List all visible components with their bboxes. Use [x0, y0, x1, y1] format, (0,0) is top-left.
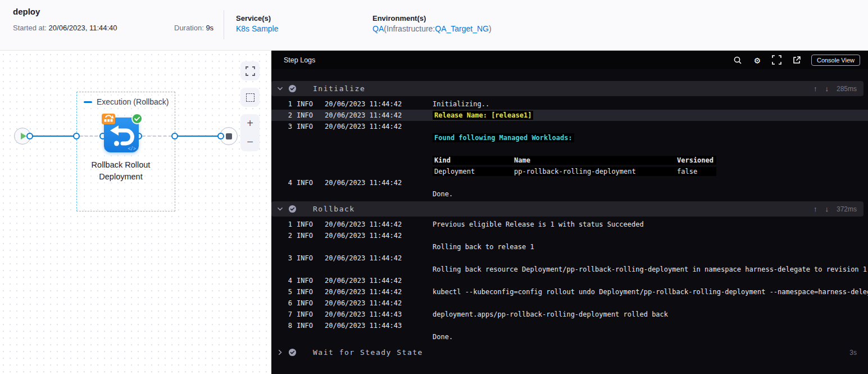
log-message: KindNameVersioned [433, 156, 716, 165]
log-line-number: 5 [271, 288, 292, 296]
log-line-number: 3 [271, 254, 292, 262]
log-line: 6INFO20/06/2023 11:44:42 [271, 298, 868, 309]
fullscreen-icon [246, 66, 255, 76]
log-line-number: 8 [271, 322, 292, 330]
log-section-header-rollback[interactable]: Rollback↑↓372ms [271, 201, 864, 217]
log-line-number: 7 [271, 310, 292, 318]
log-line: Done. [271, 331, 868, 343]
console-view-button[interactable]: Console View [811, 55, 860, 66]
log-line: 1INFO20/06/2023 11:44:42Initializing.. [271, 98, 868, 110]
infrastructure-link[interactable]: QA_Target_NG [435, 24, 489, 33]
chevron-down-icon[interactable] [271, 85, 288, 92]
log-level: INFO [297, 232, 325, 240]
log-message: kubectl --kubeconfig=config rollout undo… [433, 288, 868, 296]
zoom-in-button[interactable]: + [240, 114, 260, 133]
log-timestamp: 20/06/2023 11:44:42 [325, 299, 409, 307]
execution-group-label: Execution (Rollback) [84, 97, 169, 106]
open-in-new-icon[interactable] [792, 55, 802, 65]
log-message: Deploymentpp-rollback-rolling-deployment… [433, 167, 716, 176]
workloads-table-cell: Kind [433, 156, 514, 164]
marquee-selection-icon [246, 93, 255, 102]
pipeline-graph-canvas[interactable]: Execution (Rollback) </> Rollb [0, 51, 271, 374]
canvas-fullscreen-button[interactable] [240, 61, 260, 80]
duration: Duration: 9s [174, 24, 213, 32]
expand-logs-icon[interactable] [772, 55, 782, 65]
log-message: Previous eligible Release is 1 with stat… [433, 220, 644, 228]
log-message: Rolling back to release 1 [433, 243, 534, 251]
log-message: Initializing.. [433, 100, 489, 108]
log-timestamp: 20/06/2023 11:44:42 [325, 100, 409, 108]
scroll-to-bottom-icon[interactable]: ↓ [825, 84, 829, 93]
log-line-number: 4 [271, 277, 292, 285]
scroll-to-top-icon[interactable]: ↑ [814, 205, 817, 213]
log-line: 4INFO20/06/2023 11:44:42 [271, 275, 868, 286]
service-link[interactable]: K8s Sample [236, 24, 278, 33]
log-line-number: 3 [271, 123, 292, 130]
log-line: 1INFO20/06/2023 11:44:42Previous eligibl… [271, 219, 868, 230]
log-line-number: 2 [271, 232, 292, 240]
log-level: INFO [297, 179, 325, 187]
gear-icon[interactable]: ⚙ [752, 55, 762, 65]
connector-start [26, 133, 33, 139]
log-message: deployment.apps/pp-rollback-rolling-depl… [433, 310, 668, 318]
log-line: 3INFO20/06/2023 11:44:42 [271, 253, 868, 264]
log-line: 2INFO20/06/2023 11:44:42 [271, 230, 868, 241]
step-label: Rollback Rollout Deployment [78, 159, 163, 183]
log-level: INFO [297, 123, 325, 130]
chevron-right-icon[interactable] [271, 349, 288, 355]
step-code-glyph: </> [128, 146, 136, 151]
log-timestamp: 20/06/2023 11:44:42 [325, 254, 409, 262]
section-duration: 285ms [837, 85, 857, 93]
log-timestamp: 20/06/2023 11:44:42 [325, 277, 409, 285]
edge-group-to-end [175, 136, 221, 137]
pipeline-title: deploy [13, 7, 40, 16]
environment-link[interactable]: QA(Infrastructure:QA_Target_NG) [372, 24, 492, 33]
log-timestamp: 20/06/2023 11:44:43 [325, 310, 409, 318]
log-timestamp: 20/06/2023 11:44:43 [325, 322, 409, 330]
workloads-table-cell: Name [514, 156, 677, 164]
log-line: 7INFO20/06/2023 11:44:43deployment.apps/… [271, 309, 868, 320]
workloads-table-header: KindNameVersioned [433, 156, 716, 165]
section-name: Initialize [313, 84, 365, 93]
log-timestamp: 20/06/2023 11:44:42 [325, 111, 409, 119]
env-name-link[interactable]: QA [372, 24, 384, 33]
log-line: 2INFO20/06/2023 11:44:42Release Name: [r… [271, 110, 868, 121]
play-icon [21, 133, 26, 139]
environments-label: Environment(s) [372, 14, 426, 22]
connector-group-left [73, 133, 80, 139]
canvas-zoom-control: + − [240, 114, 260, 151]
log-level: INFO [297, 310, 325, 318]
highlighted-log-text: Release Name: [release1] [433, 111, 533, 120]
log-line: Deploymentpp-rollback-rolling-deployment… [271, 166, 868, 177]
log-message: Rolling back resource Deployment/pp-roll… [433, 265, 867, 273]
log-sections: Initialize↑↓285ms1INFO20/06/2023 11:44:4… [271, 69, 868, 360]
started-at-value: 20/06/2023, 11:44:40 [49, 24, 117, 32]
log-section-header-initialize[interactable]: Initialize↑↓285ms [271, 81, 864, 96]
log-timestamp: 20/06/2023 11:44:42 [325, 288, 409, 296]
log-line: 8INFO20/06/2023 11:44:43 [271, 320, 868, 331]
section-success-check-icon [288, 84, 297, 93]
log-line-number: 4 [271, 179, 292, 187]
log-level: INFO [297, 322, 325, 330]
connector-end [217, 133, 224, 139]
scroll-to-bottom-icon[interactable]: ↓ [825, 205, 829, 213]
log-line: 5INFO20/06/2023 11:44:42kubectl --kubeco… [271, 286, 868, 298]
workloads-table-cell: pp-rollback-rolling-deployment [514, 168, 677, 175]
log-message: Done. [433, 333, 453, 341]
search-icon[interactable] [733, 55, 743, 65]
scroll-to-top-icon[interactable]: ↑ [814, 84, 817, 93]
edge-start-to-group [31, 136, 76, 137]
group-collapse-dash-icon[interactable] [84, 101, 92, 103]
log-timestamp: 20/06/2023 11:44:42 [325, 232, 409, 240]
section-success-check-icon [288, 348, 297, 357]
log-timestamp: 20/06/2023 11:44:42 [325, 123, 409, 130]
rollback-step-node[interactable]: </> [104, 118, 139, 152]
section-name: Wait for Steady State [313, 348, 423, 357]
chevron-down-icon[interactable] [271, 206, 288, 212]
stop-icon [226, 133, 232, 139]
log-section-header-wait-for-steady-state[interactable]: Wait for Steady State3s [271, 345, 864, 360]
log-line: Rolling back resource Deployment/pp-roll… [271, 264, 868, 275]
canvas-select-button[interactable] [240, 88, 260, 107]
workloads-table-cell: Deployment [433, 168, 514, 175]
zoom-out-button[interactable]: − [240, 133, 260, 151]
